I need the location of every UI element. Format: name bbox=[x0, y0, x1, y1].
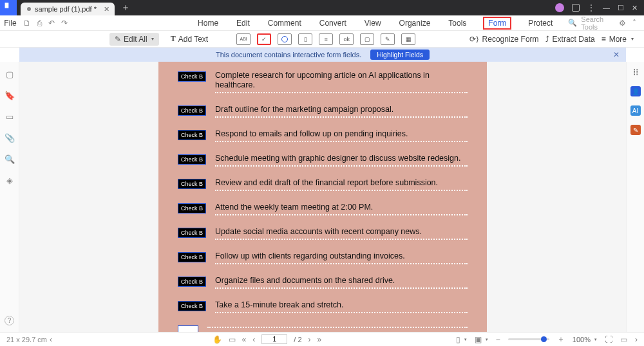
list-item bbox=[178, 325, 468, 332]
next-page-icon[interactable]: › bbox=[308, 335, 311, 344]
list-box-tool[interactable]: ≡ bbox=[319, 33, 333, 45]
minimize-window-icon[interactable]: — bbox=[603, 4, 610, 12]
more-button[interactable]: ≡ More ▾ bbox=[601, 35, 634, 44]
chevron-up-icon[interactable]: ˄ bbox=[632, 19, 636, 28]
text-field-tool[interactable]: ABI bbox=[236, 33, 251, 45]
checkbox-field[interactable]: Check B bbox=[178, 179, 206, 189]
checkbox-field[interactable]: Check B bbox=[178, 71, 206, 82]
notice-text: This document contains interactive form … bbox=[216, 51, 361, 59]
more-label: More bbox=[609, 35, 627, 44]
checkbox-field-empty[interactable] bbox=[178, 325, 198, 332]
recognize-label: Recognize Form bbox=[482, 35, 539, 44]
search-placeholder: Search Tools bbox=[581, 15, 619, 31]
checkbox-field[interactable]: Check B bbox=[178, 154, 206, 165]
list-item: Check BFollow up with clients regarding … bbox=[178, 251, 468, 264]
tab-title: sample pdf (1).pdf * bbox=[35, 5, 97, 13]
fit-page-icon[interactable]: ▣ bbox=[475, 335, 482, 344]
menu-view[interactable]: View bbox=[363, 17, 383, 30]
signature-field-tool[interactable]: ✎ bbox=[381, 33, 395, 45]
left-sidebar: ▢ 🔖 ▭ 📎 🔍 ◈ ? bbox=[0, 62, 19, 332]
zoom-slider[interactable] bbox=[508, 338, 549, 340]
last-page-icon[interactable]: » bbox=[317, 335, 322, 344]
combo-box-tool[interactable]: ▯ bbox=[298, 33, 312, 45]
sign-badge-icon[interactable]: ✎ bbox=[630, 125, 641, 135]
ai-badge-icon[interactable]: AI bbox=[630, 105, 641, 116]
extract-data-button[interactable]: ⤴ Extract Data bbox=[545, 35, 595, 44]
list-item: Check BComplete research for upcoming ar… bbox=[178, 71, 468, 93]
next-nav-icon[interactable]: › bbox=[635, 335, 638, 344]
file-menu[interactable]: File bbox=[0, 19, 21, 28]
list-item: Check BSchedule meeting with graphic des… bbox=[178, 154, 468, 167]
layers-icon[interactable]: ◈ bbox=[6, 176, 13, 185]
read-mode-icon[interactable]: ▭ bbox=[620, 335, 627, 344]
user-avatar[interactable] bbox=[555, 3, 564, 12]
item-text: Organize files and documents on the shar… bbox=[215, 276, 468, 286]
fullscreen-icon[interactable]: ⛶ bbox=[605, 335, 612, 344]
page-number-input[interactable] bbox=[261, 334, 287, 344]
menu-home[interactable]: Home bbox=[196, 17, 220, 30]
image-field-tool[interactable]: ▢ bbox=[360, 33, 374, 45]
menu-protect[interactable]: Protect bbox=[527, 17, 554, 30]
search-icon: 🔍 bbox=[568, 19, 577, 27]
save-icon[interactable]: 🗋 bbox=[23, 19, 31, 28]
share-badge-icon[interactable]: 👤 bbox=[630, 86, 641, 96]
checkbox-field[interactable]: Check B bbox=[178, 277, 206, 287]
form-toolbar: ✎ Edit All ▾ T Add Text ABI ✓ ▯ ≡ ok ▢ ✎… bbox=[0, 31, 644, 48]
checkbox-field[interactable]: Check B bbox=[178, 105, 206, 116]
highlight-fields-button[interactable]: Highlight Fields bbox=[370, 50, 430, 60]
checkbox-field[interactable]: Check B bbox=[178, 301, 206, 311]
redo-icon[interactable]: ↷ bbox=[61, 19, 68, 28]
comments-icon[interactable]: ▭ bbox=[6, 112, 14, 122]
properties-toggle-icon[interactable]: ⁞⁞ bbox=[633, 67, 638, 77]
menu-tools[interactable]: Tools bbox=[447, 17, 468, 30]
hand-tool-icon[interactable]: ✋ bbox=[213, 335, 222, 344]
document-tab[interactable]: sample pdf (1).pdf * ✕ bbox=[21, 3, 115, 15]
app-switch-icon[interactable] bbox=[572, 4, 580, 12]
close-tab-icon[interactable]: ✕ bbox=[104, 5, 109, 14]
close-window-icon[interactable]: ✕ bbox=[632, 4, 638, 12]
recognize-form-button[interactable]: ⟳⟩ Recognize Form bbox=[469, 35, 539, 44]
menu-edit[interactable]: Edit bbox=[235, 17, 251, 30]
document-canvas[interactable]: Check BComplete research for upcoming ar… bbox=[19, 62, 626, 332]
item-text: Draft outline for the marketing campaign… bbox=[215, 105, 468, 114]
thumbnails-icon[interactable]: ▢ bbox=[6, 69, 14, 79]
search-tools[interactable]: 🔍 Search Tools bbox=[568, 15, 619, 31]
single-page-view-icon[interactable]: ▯ bbox=[456, 335, 460, 344]
search-panel-icon[interactable]: 🔍 bbox=[5, 154, 15, 164]
checkbox-field[interactable]: Check B bbox=[178, 130, 206, 140]
kebab-menu-icon[interactable]: ⋮ bbox=[587, 3, 595, 12]
checkbox-tool[interactable]: ✓ bbox=[257, 33, 271, 45]
menu-convert[interactable]: Convert bbox=[318, 17, 348, 30]
prev-nav-icon[interactable]: ‹ bbox=[50, 335, 52, 344]
menu-comment[interactable]: Comment bbox=[267, 17, 303, 30]
prev-page-icon[interactable]: ‹ bbox=[252, 335, 255, 344]
edit-all-button[interactable]: ✎ Edit All ▾ bbox=[109, 33, 159, 46]
new-tab-button[interactable]: ＋ bbox=[121, 2, 130, 14]
add-text-button[interactable]: T Add Text bbox=[166, 32, 214, 46]
pencil-icon: ✎ bbox=[115, 35, 121, 44]
select-tool-icon[interactable]: ▭ bbox=[229, 335, 236, 344]
help-icon[interactable]: ? bbox=[5, 316, 14, 325]
checkbox-field[interactable]: Check B bbox=[178, 203, 206, 214]
zoom-out-icon[interactable]: − bbox=[496, 335, 500, 344]
attachments-icon[interactable]: 📎 bbox=[5, 133, 15, 143]
menu-organize[interactable]: Organize bbox=[398, 17, 432, 30]
button-tool[interactable]: ok bbox=[339, 33, 354, 45]
date-field-tool[interactable]: ▦ bbox=[401, 33, 415, 45]
page-dimensions: 21 x 29.7 cm bbox=[6, 336, 47, 343]
print-icon[interactable]: ⎙ bbox=[37, 19, 42, 28]
menu-form[interactable]: Form bbox=[483, 17, 511, 30]
checkbox-field[interactable]: Check B bbox=[178, 252, 206, 262]
maximize-window-icon[interactable]: ☐ bbox=[618, 4, 624, 12]
zoom-in-icon[interactable]: ＋ bbox=[557, 334, 565, 345]
first-page-icon[interactable]: « bbox=[242, 335, 247, 344]
checkbox-field[interactable]: Check B bbox=[178, 228, 206, 238]
radio-button-tool[interactable] bbox=[278, 33, 292, 45]
undo-icon[interactable]: ↶ bbox=[48, 19, 55, 28]
close-notice-icon[interactable]: ✕ bbox=[613, 50, 620, 59]
workspace: ▢ 🔖 ▭ 📎 🔍 ◈ ? Check BComplete research f… bbox=[0, 62, 644, 332]
list-item: Check BDraft outline for the marketing c… bbox=[178, 105, 468, 118]
settings-icon[interactable]: ⚙ bbox=[619, 19, 626, 28]
chevron-down-icon: ▾ bbox=[151, 36, 154, 42]
bookmarks-icon[interactable]: 🔖 bbox=[5, 91, 15, 100]
